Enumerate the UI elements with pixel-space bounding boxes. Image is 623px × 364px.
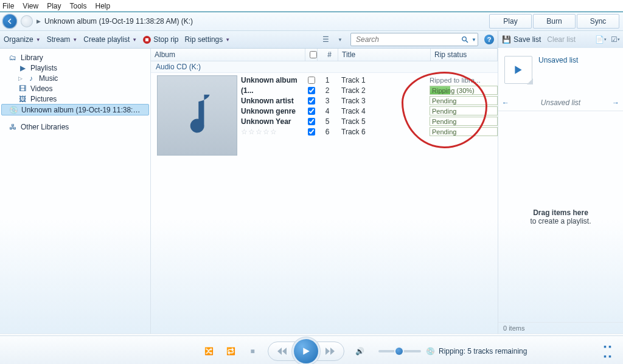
dropzone-line1: Drag items here xyxy=(533,208,588,217)
create-playlist-menu[interactable]: Create playlist ▼ xyxy=(83,35,137,44)
track-row[interactable]: 6Track 6Pending xyxy=(306,126,498,137)
breadcrumb[interactable]: Unknown album (19-Oct-19 11:38:28 AM) (K… xyxy=(44,17,193,26)
switch-view-button[interactable]: ▪▪▪▪ xyxy=(604,336,613,364)
next-list-arrow-icon[interactable]: → xyxy=(612,98,619,107)
nav-forward-button[interactable] xyxy=(21,15,33,27)
sidebar-label: Other Libraries xyxy=(21,123,69,131)
mute-button[interactable]: 🔊 xyxy=(353,345,366,358)
playlist-footer: 0 items xyxy=(498,322,623,334)
network-icon: 🖧 xyxy=(9,123,17,131)
list-options-button[interactable]: 📄▾ xyxy=(596,35,605,44)
track-row[interactable]: 3Track 3Pending xyxy=(306,95,498,106)
stop-rip-button[interactable]: Stop rip xyxy=(143,35,178,44)
sidebar-item-videos[interactable]: 🎞 Videos xyxy=(0,83,150,94)
sidebar-item-music[interactable]: ▷ ♪ Music xyxy=(0,73,150,83)
column-title[interactable]: Title xyxy=(338,49,431,61)
track-checkbox[interactable] xyxy=(308,128,315,136)
menu-file[interactable]: File xyxy=(2,2,14,10)
play-icon xyxy=(302,347,310,355)
play-button[interactable] xyxy=(294,339,318,363)
volume-slider[interactable] xyxy=(378,350,421,352)
search-input[interactable] xyxy=(355,35,459,44)
track-number: 5 xyxy=(317,117,338,126)
track-number: 2 xyxy=(317,86,338,95)
playlist-thumb[interactable] xyxy=(504,56,532,84)
rip-settings-label: Rip settings xyxy=(185,35,223,44)
playlist-options-button[interactable]: ☑▾ xyxy=(611,35,619,44)
next-button[interactable] xyxy=(324,345,338,358)
nav-back-button[interactable] xyxy=(2,14,17,29)
sidebar-item-other-libraries[interactable]: 🖧 Other Libraries xyxy=(0,122,150,132)
column-check[interactable] xyxy=(305,49,318,61)
playlist-icon: ▶ xyxy=(18,64,27,72)
track-title: Track 5 xyxy=(338,117,430,126)
tab-burn[interactable]: Burn xyxy=(533,14,576,29)
menu-help[interactable]: Help xyxy=(96,2,111,10)
track-number: 1 xyxy=(317,76,338,84)
tab-sync[interactable]: Sync xyxy=(577,14,619,29)
tab-play[interactable]: Play xyxy=(489,14,532,29)
prev-list-arrow-icon[interactable]: ← xyxy=(502,98,509,107)
track-rip-status: Ripped to libra... xyxy=(430,76,498,84)
sidebar-item-cd[interactable]: 💿 Unknown album (19-Oct-19 11:38:28 AM) … xyxy=(1,104,149,115)
rip-settings-menu[interactable]: Rip settings ▼ xyxy=(185,35,231,44)
sidebar-item-playlists[interactable]: ▶ Playlists xyxy=(0,63,150,73)
track-number: 4 xyxy=(317,107,338,115)
previous-button[interactable] xyxy=(274,345,288,358)
stream-menu[interactable]: Stream ▼ xyxy=(47,35,78,44)
group-header[interactable]: Audio CD (K:) xyxy=(151,61,498,73)
track-row[interactable]: 2Track 2Ripping (30%) xyxy=(306,85,498,95)
track-checkbox[interactable] xyxy=(308,108,315,115)
picture-icon: 🖼 xyxy=(18,95,27,103)
repeat-button[interactable]: 🔁 xyxy=(224,345,237,358)
clear-list-button[interactable]: Clear list xyxy=(547,35,576,44)
help-button[interactable]: ? xyxy=(484,35,494,44)
organize-menu[interactable]: Organize ▼ xyxy=(4,35,41,44)
save-list-label: Save list xyxy=(513,35,541,44)
track-row[interactable]: 5Track 5Pending xyxy=(306,116,498,126)
album-artist[interactable]: Unknown artist xyxy=(241,96,308,106)
volume-thumb[interactable] xyxy=(395,348,403,355)
playlist-dropzone[interactable]: Drag items here to create a playlist. xyxy=(498,111,623,322)
player-bar: 🔀 🔁 ■ 🔊 💿 Ripping: 5 tracks remaining ▪▪… xyxy=(0,336,623,364)
view-mode-button[interactable]: ☰ xyxy=(321,35,330,44)
chevron-down-icon: ▼ xyxy=(225,37,230,43)
column-rip-status[interactable]: Rip status xyxy=(431,49,498,61)
cd-small-icon: 💿 xyxy=(426,347,435,355)
search-dropdown-icon[interactable]: ▼ xyxy=(472,37,476,43)
menu-tools[interactable]: Tools xyxy=(69,2,86,10)
track-row[interactable]: 4Track 4Pending xyxy=(306,106,498,116)
album-genre[interactable]: Unknown genre xyxy=(241,106,308,117)
album-year[interactable]: Unknown Year xyxy=(241,117,308,127)
music-icon: ♪ xyxy=(27,74,35,83)
menu-view[interactable]: View xyxy=(23,2,38,10)
column-headers: Album # Title Rip status xyxy=(151,49,498,61)
save-list-button[interactable]: 💾 Save list xyxy=(502,35,541,44)
sidebar-label: Unknown album (19-Oct-19 11:38:28 AM) (K… xyxy=(21,106,142,114)
column-album[interactable]: Album xyxy=(151,49,305,61)
sidebar-label: Music xyxy=(39,74,58,83)
track-rip-status: Pending xyxy=(430,117,498,126)
album-title[interactable]: Unknown album (1... xyxy=(241,75,308,96)
sidebar-item-library[interactable]: 🗂 Library xyxy=(0,52,150,63)
view-mode-dropdown[interactable]: ▼ xyxy=(336,35,344,44)
track-checkbox[interactable] xyxy=(308,97,315,105)
sidebar-item-pictures[interactable]: 🖼 Pictures xyxy=(0,94,150,104)
track-checkbox[interactable] xyxy=(308,77,315,84)
sidebar-label: Playlists xyxy=(30,64,57,72)
stop-button[interactable]: ■ xyxy=(246,345,259,358)
column-number[interactable]: # xyxy=(318,49,338,61)
shuffle-button[interactable]: 🔀 xyxy=(202,345,215,358)
cd-icon: 💿 xyxy=(9,106,18,114)
album-art[interactable] xyxy=(157,75,237,156)
search-icon[interactable] xyxy=(459,36,472,43)
playlist-title-link[interactable]: Unsaved list xyxy=(538,56,578,64)
track-row[interactable]: 1Track 1Ripped to libra... xyxy=(306,75,498,85)
menu-play[interactable]: Play xyxy=(47,2,61,10)
track-checkbox[interactable] xyxy=(308,87,315,94)
sidebar-label: Library xyxy=(21,53,43,62)
album-rating[interactable]: ☆☆☆☆☆ xyxy=(241,127,308,137)
track-checkbox[interactable] xyxy=(308,118,315,125)
search-box[interactable]: ▼ xyxy=(350,33,478,46)
select-all-checkbox[interactable] xyxy=(310,51,317,58)
